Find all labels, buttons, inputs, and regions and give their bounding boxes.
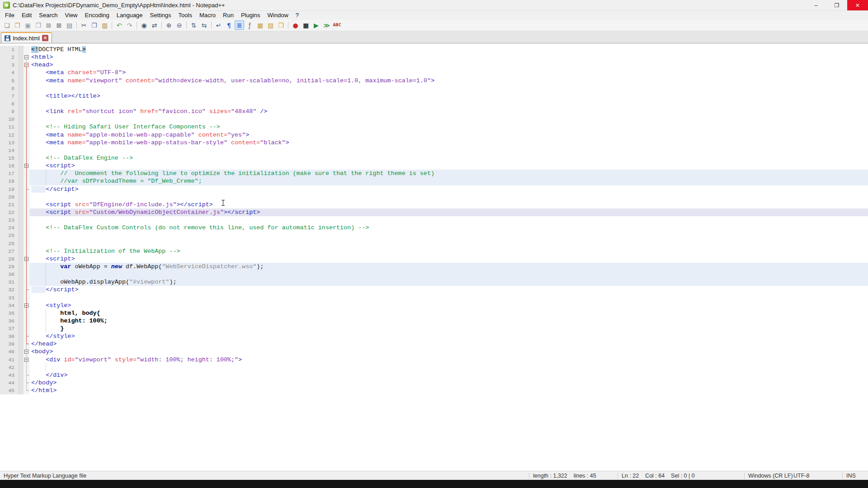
bookmark-margin[interactable]: [19, 201, 24, 208]
code-line[interactable]: 34 <style>: [0, 302, 868, 309]
redo-icon[interactable]: ↷: [125, 20, 134, 30]
replace-icon[interactable]: ⇄: [150, 20, 159, 30]
bookmark-margin[interactable]: [19, 255, 24, 263]
fold-margin[interactable]: [24, 356, 30, 364]
code-line[interactable]: 10: [0, 115, 868, 123]
document-map-icon[interactable]: ▦: [255, 20, 265, 30]
code-line[interactable]: 13 <meta name="apple-mobile-web-app-stat…: [0, 139, 868, 147]
code-line[interactable]: 18 //var sDfPreloadTheme = "Df_Web_Creme…: [0, 177, 868, 185]
fold-margin[interactable]: [24, 77, 30, 85]
bookmark-margin[interactable]: [19, 69, 24, 76]
save-all-icon[interactable]: ❒: [33, 20, 43, 30]
fold-margin[interactable]: [24, 317, 30, 325]
bookmark-margin[interactable]: [19, 286, 24, 294]
fold-margin[interactable]: [24, 216, 30, 224]
copy-icon[interactable]: ❐: [90, 20, 99, 30]
bookmark-margin[interactable]: [19, 92, 24, 100]
bookmark-margin[interactable]: [19, 247, 24, 255]
fold-margin[interactable]: [24, 278, 30, 286]
fold-margin[interactable]: [24, 332, 30, 340]
bookmark-margin[interactable]: [19, 332, 24, 340]
fold-margin[interactable]: [24, 286, 30, 294]
code-line[interactable]: 7 <title></title>: [0, 92, 868, 100]
code-line[interactable]: 12 <meta name="apple-mobile-web-app-capa…: [0, 131, 868, 139]
spell-check-icon[interactable]: ABC: [332, 20, 342, 30]
stop-macro-icon[interactable]: ■: [301, 20, 311, 30]
fold-margin[interactable]: [24, 240, 30, 247]
run-macro-multiple-times-icon[interactable]: ≫: [322, 20, 331, 30]
fold-margin[interactable]: [24, 92, 30, 100]
bookmark-margin[interactable]: [19, 208, 24, 216]
new-file-icon[interactable]: ❏: [2, 20, 12, 30]
fold-margin[interactable]: [24, 325, 30, 332]
bookmark-margin[interactable]: [19, 364, 24, 371]
close-button[interactable]: ✕: [847, 0, 868, 10]
bookmark-margin[interactable]: [19, 123, 24, 131]
fold-margin[interactable]: [24, 270, 30, 278]
fold-margin[interactable]: [24, 69, 30, 76]
code-line[interactable]: 31 oWebApp.displayApp("#viewport");: [0, 278, 868, 286]
bookmark-margin[interactable]: [19, 193, 24, 201]
fold-margin[interactable]: [24, 123, 30, 131]
print-icon[interactable]: ▤: [65, 20, 74, 30]
fold-margin[interactable]: [24, 53, 30, 61]
menu-item-settings[interactable]: Settings: [146, 11, 175, 19]
sync-vertical-scrolling-icon[interactable]: ⇅: [189, 20, 198, 30]
editor-area[interactable]: 1<!DOCTYPE HTML>2<html>3<head>4 <meta ch…: [0, 44, 868, 471]
code-line[interactable]: 20: [0, 193, 868, 201]
fold-margin[interactable]: [24, 247, 30, 255]
bookmark-margin[interactable]: [19, 263, 24, 270]
bookmark-margin[interactable]: [19, 185, 24, 193]
code-line[interactable]: 33: [0, 294, 868, 302]
find-icon[interactable]: ◉: [139, 20, 149, 30]
code-line[interactable]: 39</head>: [0, 340, 868, 348]
fold-margin[interactable]: [24, 46, 30, 53]
restore-button[interactable]: ❐: [826, 0, 847, 10]
code-line[interactable]: 6: [0, 85, 868, 92]
fold-margin[interactable]: [24, 61, 30, 69]
code-line[interactable]: 5 <meta name="viewport" content="width=d…: [0, 77, 868, 85]
bookmark-margin[interactable]: [19, 387, 24, 394]
code-line[interactable]: 17 // Uncomment the following line to op…: [0, 170, 868, 177]
fold-margin[interactable]: [24, 255, 30, 263]
bookmark-margin[interactable]: [19, 139, 24, 147]
fold-margin[interactable]: [24, 85, 30, 92]
fold-margin[interactable]: [24, 201, 30, 208]
fold-margin[interactable]: [24, 170, 30, 177]
menu-item-search[interactable]: Search: [35, 11, 61, 19]
status-insert-mode[interactable]: INS: [842, 473, 868, 479]
code-line[interactable]: 24 <!-- DataFlex Custom Controls (do not…: [0, 224, 868, 232]
bookmark-margin[interactable]: [19, 154, 24, 162]
undo-icon[interactable]: ↶: [114, 20, 124, 30]
code-line[interactable]: 32 </script>: [0, 286, 868, 294]
show-all-characters-icon[interactable]: ¶: [224, 20, 234, 30]
fold-margin[interactable]: [24, 185, 30, 193]
bookmark-margin[interactable]: [19, 232, 24, 239]
fold-margin[interactable]: [24, 100, 30, 108]
fold-margin[interactable]: [24, 302, 30, 309]
menu-item-edit[interactable]: Edit: [18, 11, 35, 19]
folder-as-workspace-icon[interactable]: ❒: [276, 20, 286, 30]
fold-margin[interactable]: [24, 294, 30, 302]
fold-margin[interactable]: [24, 348, 30, 355]
menu-item-window[interactable]: Window: [264, 11, 292, 19]
document-switcher-icon[interactable]: ▧: [266, 20, 275, 30]
zoom-out-icon[interactable]: ⊖: [175, 20, 184, 30]
bookmark-margin[interactable]: [19, 53, 24, 61]
code-line[interactable]: 19 </script>: [0, 185, 868, 193]
fold-margin[interactable]: [24, 162, 30, 170]
menu-item-help[interactable]: ?: [292, 11, 302, 19]
code-line[interactable]: 28 <script>: [0, 255, 868, 263]
code-line[interactable]: 21 <script src="DfEngine/df-include.js">…: [0, 201, 868, 208]
bookmark-margin[interactable]: [19, 325, 24, 332]
fold-margin[interactable]: [24, 154, 30, 162]
tab-index.html[interactable]: Index.html✕: [1, 32, 52, 43]
save-icon[interactable]: ▣: [23, 20, 33, 30]
code-line[interactable]: 2<html>: [0, 53, 868, 61]
menu-item-plugins[interactable]: Plugins: [237, 11, 264, 19]
fold-margin[interactable]: [24, 131, 30, 139]
cut-icon[interactable]: ✂: [79, 20, 89, 30]
code-line[interactable]: 23: [0, 216, 868, 224]
fold-margin[interactable]: [24, 309, 30, 317]
bookmark-margin[interactable]: [19, 278, 24, 286]
